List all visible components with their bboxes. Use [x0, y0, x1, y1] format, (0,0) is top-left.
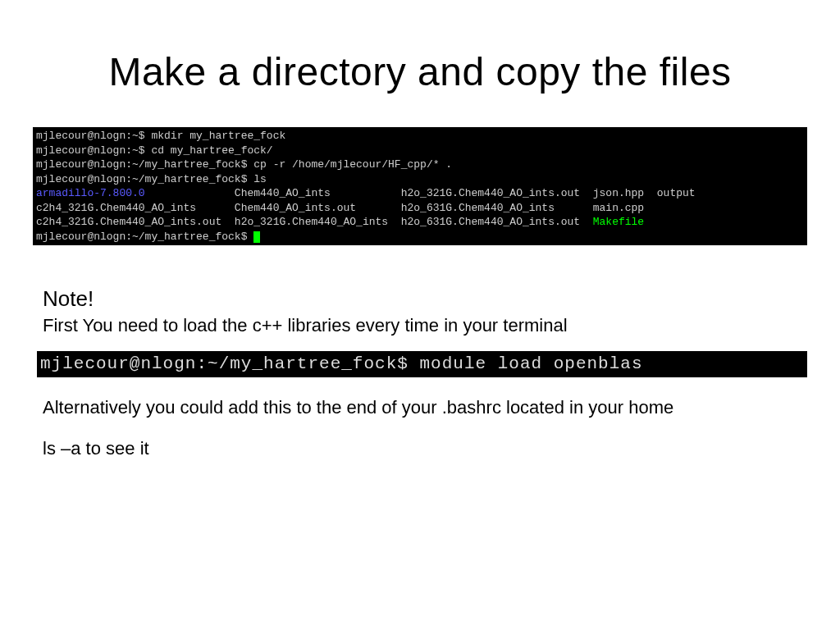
slide-title: Make a directory and copy the files [33, 49, 807, 94]
term-line: mjlecour@nlogn:~$ cd my_hartree_fock/ [36, 144, 273, 157]
ls-entry: c2h4_321G.Chem440_AO_ints [36, 202, 196, 214]
body-text: ls –a to see it [43, 438, 807, 459]
ls-entry: Chem440_AO_ints [235, 187, 331, 199]
ls-entry: h2o_631G.Chem440_AO_ints [401, 202, 555, 214]
note-heading: Note! [43, 286, 807, 312]
term-line: mjlecour@nlogn:~$ mkdir my_hartree_fock [36, 130, 285, 142]
term-line: mjlecour@nlogn:~/my_hartree_fock$ ls [36, 173, 267, 185]
ls-entry: Chem440_AO_ints.out [235, 202, 356, 214]
ls-entry: armadillo-7.800.0 [36, 187, 145, 199]
cursor-icon [253, 231, 260, 243]
ls-entry: Makefile [593, 216, 644, 228]
ls-entry: c2h4_321G.Chem440_AO_ints.out [36, 216, 221, 228]
ls-entry: output [657, 187, 696, 199]
body-text: Alternatively you could add this to the … [43, 397, 807, 418]
ls-entry: h2o_321G.Chem440_AO_ints.out [401, 187, 580, 199]
terminal-output-main: mjlecour@nlogn:~$ mkdir my_hartree_fock … [33, 127, 807, 245]
ls-entry: main.cpp [593, 202, 644, 214]
note-text: First You need to load the c++ libraries… [43, 315, 807, 336]
term-prompt: mjlecour@nlogn:~/my_hartree_fock$ [36, 231, 253, 243]
term-line: mjlecour@nlogn:~/my_hartree_fock$ cp -r … [36, 158, 452, 171]
terminal-output-module: mjlecour@nlogn:~/my_hartree_fock$ module… [37, 351, 807, 377]
ls-entry: h2o_321G.Chem440_AO_ints [235, 216, 388, 228]
ls-entry: json.hpp [593, 187, 644, 199]
ls-entry: h2o_631G.Chem440_AO_ints.out [401, 216, 580, 228]
